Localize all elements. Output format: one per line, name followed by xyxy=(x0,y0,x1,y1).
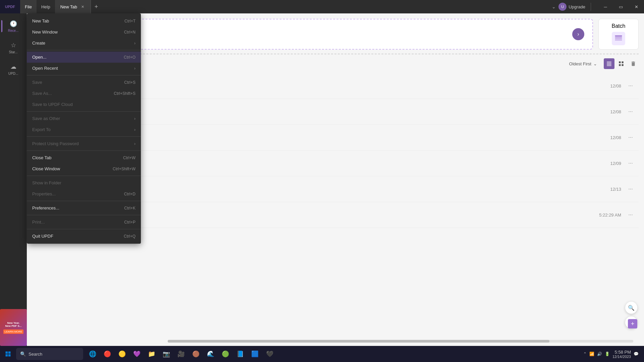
menu-create-arrow: › xyxy=(134,41,136,46)
star-icon: ☆ xyxy=(11,42,16,49)
svg-rect-7 xyxy=(619,61,621,63)
menu-create-label: Create xyxy=(32,41,45,46)
tabs-dropdown-icon[interactable]: ⌄ xyxy=(552,4,556,9)
view-grid-button[interactable] xyxy=(616,58,627,69)
current-time: 5:58 PM xyxy=(612,350,631,355)
horizontal-scrollbar[interactable] xyxy=(168,340,633,343)
file-more-button[interactable]: ··· xyxy=(625,132,636,143)
menu-print: Print... Ctrl+P xyxy=(27,217,141,228)
batch-title: Batch xyxy=(612,23,626,29)
sort-chevron-icon: ⌄ xyxy=(593,61,597,66)
file-more-button[interactable]: ··· xyxy=(625,209,636,220)
menu-properties-shortcut: Ctrl+D xyxy=(124,192,136,196)
taskbar-search[interactable]: 🔍 Search xyxy=(16,348,83,360)
maximize-button[interactable]: ▭ xyxy=(613,0,629,13)
sidebar-item-starred-label: Star... xyxy=(9,50,17,54)
file-date: 12/13 xyxy=(601,187,621,192)
menu-close-tab-shortcut: Ctrl+W xyxy=(123,156,136,160)
menu-close-tab[interactable]: Close Tab Ctrl+W xyxy=(27,152,141,163)
recent-controls: Oldest First ⌄ xyxy=(567,58,639,69)
menu-preferences-label: Preferences... xyxy=(32,205,59,210)
taskbar-icon-browser1[interactable]: 🔴 xyxy=(101,347,114,361)
file-more-button[interactable]: ··· xyxy=(625,80,636,91)
notification-icon[interactable]: 💬 xyxy=(634,352,639,356)
delete-all-button[interactable] xyxy=(628,58,639,69)
ad-cta-button[interactable]: LEARN MORE xyxy=(3,329,24,334)
batch-section[interactable]: Batch xyxy=(598,19,639,50)
sidebar-item-cloud[interactable]: ☁ UPD... xyxy=(1,59,25,79)
menu-save: Save Ctrl+S xyxy=(27,77,141,88)
menu-print-label: Print... xyxy=(32,220,45,225)
svg-rect-14 xyxy=(8,354,11,357)
taskbar-icon-app5[interactable]: 🖤 xyxy=(263,347,276,361)
minimize-button[interactable]: ─ xyxy=(598,0,613,13)
separator-5 xyxy=(27,150,141,151)
menu-protect-arrow: › xyxy=(134,141,136,146)
taskbar-icon-word[interactable]: 📘 xyxy=(233,347,247,361)
menu-new-window[interactable]: New Window Ctrl+N xyxy=(27,26,141,38)
file-more-button[interactable]: ··· xyxy=(625,158,636,169)
menu-new-tab[interactable]: New Tab Ctrl+T xyxy=(27,15,141,26)
sidebar-item-starred[interactable]: ☆ Star... xyxy=(1,38,25,58)
close-button[interactable]: ✕ xyxy=(629,0,644,13)
tabs-area: New Tab ✕ + xyxy=(55,0,552,13)
menu-new-tab-label: New Tab xyxy=(32,18,49,23)
taskbar-icon-app4[interactable]: 🟤 xyxy=(189,347,203,361)
taskbar-icon-app2[interactable]: 📷 xyxy=(160,347,173,361)
menu-open-recent-label: Open Recent xyxy=(32,66,58,71)
sidebar-item-recent[interactable]: 🕐 Rece... xyxy=(1,16,25,36)
tab-close-button[interactable]: ✕ xyxy=(80,4,85,9)
file-date: 12/08 xyxy=(601,135,621,140)
svg-rect-5 xyxy=(607,64,611,65)
add-file-button[interactable]: + xyxy=(628,319,637,328)
file-more-button[interactable]: ··· xyxy=(625,184,636,194)
menu-help[interactable]: Help xyxy=(37,0,55,13)
sound-icon: 🔊 xyxy=(597,352,602,356)
menu-print-shortcut: Ctrl+P xyxy=(124,220,136,225)
taskbar-icon-app3[interactable]: 🎥 xyxy=(174,347,188,361)
start-button[interactable] xyxy=(0,346,16,362)
tab-add-button[interactable]: + xyxy=(91,0,102,13)
taskbar-icon-explorer[interactable]: 🌐 xyxy=(86,347,99,361)
upgrade-button[interactable]: U Upgrade xyxy=(558,3,585,11)
menu-show-folder-label: Show in Folder xyxy=(32,180,61,185)
chevron-up-icon[interactable]: ⌃ xyxy=(583,352,587,356)
menu-file[interactable]: File xyxy=(20,0,37,13)
file-date: 12/09 xyxy=(601,161,621,166)
taskbar-icon-edge[interactable]: 🌊 xyxy=(204,347,217,361)
taskbar-icon-browser2[interactable]: 🟡 xyxy=(115,347,129,361)
menu-close-tab-label: Close Tab xyxy=(32,155,52,160)
menu-close-window[interactable]: Close Window Ctrl+Shift+W xyxy=(27,163,141,174)
file-date: 12/08 xyxy=(601,109,621,114)
sort-dropdown[interactable]: Oldest First ⌄ xyxy=(567,60,600,68)
menu-new-window-label: New Window xyxy=(32,29,58,35)
menu-quit[interactable]: Quit UPDF Ctrl+Q xyxy=(27,231,141,242)
menu-open-recent-arrow: › xyxy=(134,66,136,71)
taskbar-icon-app1[interactable]: 💜 xyxy=(130,347,144,361)
ad-banner[interactable]: New Year. New PDF S... LEARN MORE xyxy=(0,309,27,346)
menu-open-label: Open... xyxy=(32,55,47,60)
scrollbar-thumb[interactable] xyxy=(168,340,549,343)
ad-text-line2: New PDF S... xyxy=(5,324,22,327)
menu-create[interactable]: Create › xyxy=(27,38,141,49)
tab-label: New Tab xyxy=(60,4,77,9)
taskbar-icon-files[interactable]: 📁 xyxy=(145,347,158,361)
menu-close-window-label: Close Window xyxy=(32,166,60,171)
open-file-arrow-button[interactable]: › xyxy=(572,28,584,40)
menu-open[interactable]: Open... Ctrl+O xyxy=(27,52,141,63)
menu-open-recent[interactable]: Open Recent › xyxy=(27,63,141,74)
svg-rect-3 xyxy=(607,62,611,62)
window-controls: ─ ▭ ✕ xyxy=(598,0,644,13)
view-list-button[interactable] xyxy=(604,58,614,69)
taskbar-icon-word2[interactable]: 🟦 xyxy=(248,347,262,361)
file-more-button[interactable]: ··· xyxy=(625,106,636,117)
svg-rect-2 xyxy=(615,39,622,41)
file-date: 5:22:29 AM xyxy=(599,213,621,218)
menu-new-tab-shortcut: Ctrl+T xyxy=(124,19,136,23)
search-quick-button[interactable]: 🔍 xyxy=(625,302,637,314)
menu-export-arrow: › xyxy=(134,127,136,132)
taskbar-icon-browser3[interactable]: 🟢 xyxy=(219,347,232,361)
tab-new[interactable]: New Tab ✕ xyxy=(55,0,91,13)
menu-preferences[interactable]: Preferences... Ctrl+K xyxy=(27,202,141,214)
separator-1 xyxy=(27,50,141,50)
